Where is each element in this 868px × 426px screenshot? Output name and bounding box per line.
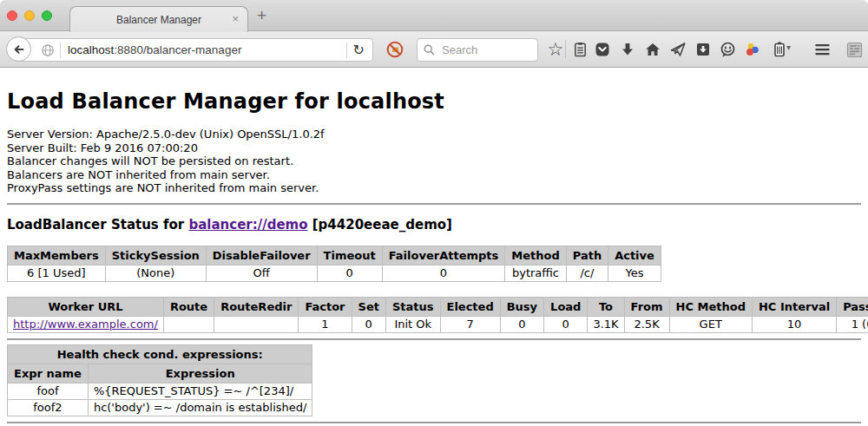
table-row: http://www.example.com/ 1 0 Init Ok 7 0 … xyxy=(8,316,868,332)
video-download-extension-button[interactable] xyxy=(691,37,715,62)
extension-dropdown-caret-icon[interactable]: ▾ xyxy=(786,43,791,52)
cell-from: 2.5K xyxy=(624,316,669,332)
tiles-extension-button[interactable] xyxy=(842,37,866,62)
cell-route xyxy=(163,316,214,332)
tab-close-icon[interactable]: × xyxy=(232,12,239,25)
column-header: Expr name xyxy=(8,364,89,383)
cell-stickysession: (None) xyxy=(105,265,206,281)
bookmark-star-button[interactable]: ☆ xyxy=(543,37,568,62)
cell-hc-interval: 10 xyxy=(752,316,836,332)
cell-failoverattempts: 0 xyxy=(382,265,505,281)
colored-dots-extension-button[interactable] xyxy=(740,37,764,62)
close-window-button[interactable] xyxy=(7,10,17,21)
column-header: FailoverAttempts xyxy=(382,246,505,265)
cell-disablefailover: Off xyxy=(206,265,317,281)
pocket-icon xyxy=(594,41,611,58)
urlbar-divider xyxy=(346,43,347,58)
fullscreen-window-button[interactable] xyxy=(42,10,52,21)
reload-icon[interactable]: ↻ xyxy=(353,42,372,58)
column-header: Active xyxy=(608,246,661,265)
pocket-button[interactable] xyxy=(590,37,615,62)
status-heading-prefix: LoadBalancer Status for xyxy=(7,217,188,233)
table-header-row: Worker URL Route RouteRedir Factor Set S… xyxy=(8,297,868,316)
back-button[interactable] xyxy=(6,36,31,62)
reload-container: ↻ xyxy=(346,42,372,58)
balancer-params-table: MaxMembers StickySession DisableFailover… xyxy=(7,246,661,282)
clipboard-icon xyxy=(572,41,589,58)
worker-url-link[interactable]: http://www.example.com/ xyxy=(13,318,158,331)
site-identity-globe-icon[interactable] xyxy=(41,43,55,57)
cell-timeout: 0 xyxy=(317,265,382,281)
table-row: foof2 hc('body') =~ /domain is establish… xyxy=(8,399,312,416)
boxed-download-icon xyxy=(694,41,712,58)
search-icon xyxy=(423,43,436,56)
cell-expr-name: foof2 xyxy=(8,399,89,416)
cell-worker-url: http://www.example.com/ xyxy=(8,316,164,332)
balancer-demo-link[interactable]: balancer://demo xyxy=(188,217,307,233)
cell-set: 0 xyxy=(352,316,385,332)
table-row: 6 [1 Used] (None) Off 0 0 bytraffic /c/ … xyxy=(8,265,661,281)
hamburger-menu-icon xyxy=(813,41,832,58)
column-header: Expression xyxy=(88,364,312,383)
urlbar-divider xyxy=(60,43,61,58)
cell-passes: 1 (0) xyxy=(837,316,868,332)
cell-to: 3.1K xyxy=(588,316,624,332)
page-title: Load Balancer Manager for localhost xyxy=(7,89,861,114)
column-header: Load xyxy=(544,297,588,316)
table-title-row: Health check cond. expressions: xyxy=(8,344,312,364)
health-table-title: Health check cond. expressions: xyxy=(8,344,312,364)
table-row: foof %{REQUEST_STATUS} =~ /^[234]/ xyxy=(8,383,312,399)
chat-extension-button[interactable] xyxy=(715,37,740,62)
home-button[interactable] xyxy=(641,37,665,62)
column-header: Factor xyxy=(299,297,352,316)
divider xyxy=(7,422,861,423)
column-header: HC Interval xyxy=(752,297,836,316)
url-path: :8880/balancer-manager xyxy=(114,43,241,56)
reading-list-button[interactable] xyxy=(568,37,592,62)
cell-expression: %{REQUEST_STATUS} =~ /^[234]/ xyxy=(88,383,312,399)
search-input[interactable] xyxy=(440,43,527,57)
minimize-window-button[interactable] xyxy=(24,10,35,21)
column-header: RouteRedir xyxy=(214,297,299,316)
paper-plane-icon xyxy=(669,41,687,58)
column-header: Worker URL xyxy=(8,297,164,316)
url-bar[interactable]: localhost:8880/balancer-manager ↻ xyxy=(19,38,373,62)
tiles-grid-icon xyxy=(845,41,864,59)
cell-elected: 7 xyxy=(440,316,500,332)
column-header: From xyxy=(624,297,669,316)
column-header: Method xyxy=(505,246,566,265)
browser-window: Balancer Manager × + localhost:8880/bala… xyxy=(0,0,868,423)
cell-method: bytraffic xyxy=(505,265,566,281)
search-bar[interactable] xyxy=(417,38,538,62)
tab-balancer-manager[interactable]: Balancer Manager × xyxy=(69,6,248,32)
toolbar-divider xyxy=(565,40,566,58)
cell-path: /c/ xyxy=(566,265,608,281)
column-header: MaxMembers xyxy=(8,246,106,265)
share-button[interactable] xyxy=(666,37,690,62)
cell-status: Init Ok xyxy=(385,316,440,332)
striped-clipboard-icon xyxy=(771,41,788,58)
balancer-status-heading: LoadBalancer Status for balancer://demo … xyxy=(7,217,861,233)
plugin-blocked-icon[interactable] xyxy=(385,40,404,59)
home-icon xyxy=(644,41,661,58)
navigation-toolbar: localhost:8880/balancer-manager ↻ xyxy=(0,31,868,68)
balancer-persist-note: Balancer changes will NOT be persisted o… xyxy=(7,154,861,168)
menu-button[interactable] xyxy=(810,37,834,62)
page-content: Load Balancer Manager for localhost Serv… xyxy=(0,89,868,423)
url-domain: localhost xyxy=(68,43,114,56)
divider xyxy=(7,338,861,340)
cell-expr-name: foof xyxy=(8,383,89,399)
health-check-table: Health check cond. expressions: Expr nam… xyxy=(7,344,312,416)
star-icon: ☆ xyxy=(548,40,564,59)
new-tab-button[interactable]: + xyxy=(257,7,266,24)
column-header: Set xyxy=(352,297,385,316)
column-header: HC Method xyxy=(669,297,752,316)
table-header-row: MaxMembers StickySession DisableFailover… xyxy=(8,246,661,265)
server-info: Server Version: Apache/2.5.0-dev (Unix) … xyxy=(7,128,861,195)
column-header: Path xyxy=(566,246,608,265)
column-header: Busy xyxy=(500,297,543,316)
column-header: Timeout xyxy=(317,246,382,265)
cell-active: Yes xyxy=(608,265,661,281)
proxypass-inherit-note: ProxyPass settings are NOT inherited fro… xyxy=(7,181,861,195)
downloads-button[interactable] xyxy=(615,37,640,62)
